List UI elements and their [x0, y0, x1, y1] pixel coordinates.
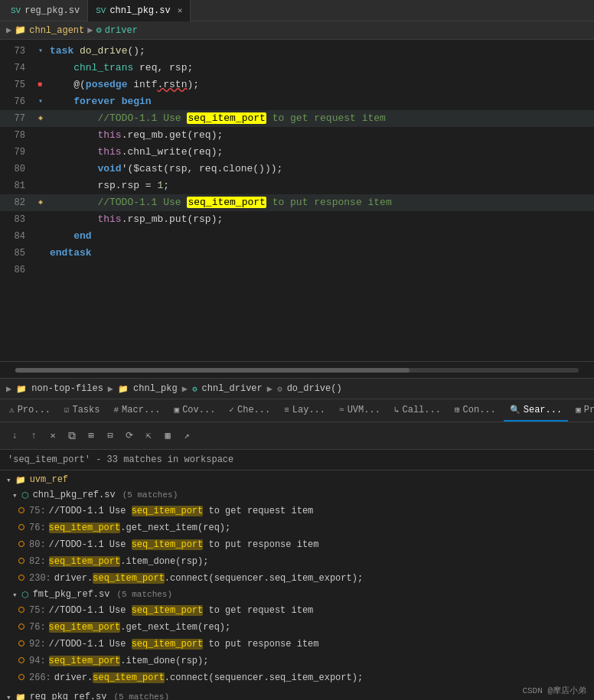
line-num-80: 80	[0, 161, 34, 177]
file-arrow-chnl-pkg-ref: ▾	[12, 490, 18, 500]
search-toolbar: ↓ ↑ ✕ ⧉ ⊞ ⊟ ⟳ ⇱ ▦ ↗	[0, 422, 594, 450]
line-num-83: 83	[0, 211, 34, 228]
tab-sv-icon2: SV	[96, 6, 106, 15]
tab-reg-pkg[interactable]: SV reg_pkg.sv	[3, 0, 88, 21]
line-num-77: 77	[0, 110, 34, 127]
result-circle-fmt-94	[18, 657, 24, 663]
tab-bar: SV reg_pkg.sv SV chnl_pkg.sv ✕	[0, 0, 594, 21]
breadcrumb-file[interactable]: ⚙ driver	[96, 24, 137, 36]
tab-problems[interactable]: ⚠ Pro...	[3, 400, 57, 422]
line-content-73: task do_drive();	[47, 43, 594, 60]
file-item-chnl-pkg-ref[interactable]: ▾ ⬡ chnl_pkg_ref.sv (5 matches)	[0, 487, 594, 503]
folder-icon-reg: 📁	[15, 692, 26, 701]
line-content-82: //TODO-1.1 Use seq_item_port to put resp…	[47, 194, 594, 211]
copy-button[interactable]: ▦	[159, 428, 176, 444]
tab-layer[interactable]: ≡ Lay...	[278, 400, 331, 422]
breadcrumb-file-label: driver	[105, 25, 138, 36]
tab-checker[interactable]: ✓ Che...	[223, 400, 276, 422]
tab-close-button[interactable]: ✕	[178, 5, 183, 15]
code-line-74: 74 chnl_trans req, rsp;	[0, 60, 594, 77]
tab-coverage[interactable]: ▣ Cov...	[168, 400, 222, 422]
cancel-search-button[interactable]: ✕	[44, 428, 61, 444]
result-circle-chnl-230	[18, 575, 24, 581]
tab-call-label: Call...	[402, 405, 440, 415]
file-arrow-fmt-pkg-ref: ▾	[12, 590, 18, 600]
status-breadcrumb: ▶ 📁 non-top-files ▶ 📁 chnl_pkg ▶ ⚙ chnl_…	[0, 378, 594, 399]
tab-pro2-label: Pro...	[584, 405, 594, 415]
tasks-icon: ☑	[64, 405, 70, 415]
code-line-83: 83 this.rsp_mb.put(rsp);	[0, 211, 594, 228]
result-fmt-92[interactable]: 92://TODO-1.1 Use seq_item_port to put r…	[0, 636, 594, 653]
expand-all-button[interactable]: ⧉	[64, 428, 80, 444]
status-chnlpkg: chnl_pkg	[133, 383, 178, 394]
result-chnl-230[interactable]: 230:driver.seq_item_port.connect(sequenc…	[0, 570, 594, 587]
result-fmt-94[interactable]: 94:seq_item_port.item_done(rsp);	[0, 653, 594, 669]
line-content-83: this.rsp_mb.put(rsp);	[47, 211, 594, 228]
fold-indicator-76[interactable]: ▾	[34, 93, 47, 110]
connections-icon: ⊞	[455, 405, 460, 415]
result-chnl-82[interactable]: 82:seq_item_port.item_done(rsp);	[0, 553, 594, 570]
tab-connections-label: Con...	[463, 405, 496, 415]
result-text-fmt-76: 76:seq_item_port.get_next_item(req);	[29, 620, 230, 634]
tab-pro2[interactable]: ▣ Pro...	[570, 400, 594, 422]
tab-macros-label: Macr...	[122, 405, 160, 415]
result-text-fmt-94: 94:seq_item_port.item_done(rsp);	[29, 654, 208, 668]
folder-icon-status: 📁	[16, 384, 27, 394]
fold-indicator-73[interactable]: ▾	[34, 43, 47, 60]
result-fmt-266[interactable]: 266:driver.seq_item_port.connect(sequenc…	[0, 669, 594, 686]
group-by-button[interactable]: ⊞	[83, 428, 100, 444]
file-item-fmt-pkg-ref[interactable]: ▾ ⬡ fmt_pkg_ref.sv (5 matches)	[0, 587, 594, 602]
group-header-reg[interactable]: ▾ 📁 reg_pkg_ref.sv (5 matches)	[0, 689, 594, 700]
bottom-panel: ⚠ Pro... ☑ Tasks # Macr... ▣ Cov... ✓ Ch…	[0, 399, 594, 700]
line-content-80: void'($cast(rsp, req.clone()));	[47, 161, 594, 177]
file-matches-fmt: (5 matches)	[116, 590, 172, 599]
nav-down-button[interactable]: ↓	[6, 428, 23, 444]
nav-up-button[interactable]: ↑	[25, 428, 42, 444]
result-chnl-75[interactable]: 75://TODO-1.1 Use seq_item_port to get r…	[0, 503, 594, 519]
tab-tasks-label: Tasks	[72, 405, 100, 415]
tab-search[interactable]: 🔍 Sear...	[504, 400, 568, 422]
line-num-79: 79	[0, 144, 34, 161]
code-editor: 73 ▾ task do_drive(); 74 chnl_trans req,…	[0, 40, 594, 361]
search-results[interactable]: 'seq_item_port' - 33 matches in workspac…	[0, 450, 594, 700]
group-arrow-uvm-ref: ▾	[6, 475, 11, 485]
line-content-84: end	[47, 228, 594, 245]
result-circle-chnl-82	[18, 558, 24, 564]
line-content-75: @(posedge intf.rstn);	[47, 77, 594, 93]
line-num-85: 85	[0, 245, 34, 262]
tab-macros[interactable]: # Macr...	[107, 400, 166, 422]
line-content-76: forever begin	[47, 93, 594, 110]
code-lines: 73 ▾ task do_drive(); 74 chnl_trans req,…	[0, 40, 594, 282]
result-text-fmt-266: 266:driver.seq_item_port.connect(sequenc…	[29, 671, 363, 685]
code-line-86: 86	[0, 262, 594, 278]
result-circle-fmt-76	[18, 623, 24, 630]
code-line-79: 79 this.chnl_write(req);	[0, 144, 594, 161]
filter-button[interactable]: ⇱	[140, 428, 157, 444]
open-button[interactable]: ↗	[178, 428, 195, 444]
result-chnl-76[interactable]: 76:seq_item_port.get_next_item(req);	[0, 519, 594, 536]
result-fmt-75[interactable]: 75://TODO-1.1 Use seq_item_port to get r…	[0, 602, 594, 619]
breadcrumb-folder[interactable]: 📁 chnl_agent	[15, 24, 84, 36]
search-results-header: 'seq_item_port' - 33 matches in workspac…	[0, 450, 594, 470]
file-icon-status: ⚙	[192, 384, 197, 394]
code-line-77: 77 ◈ //TODO-1.1 Use seq_item_port to get…	[0, 110, 594, 127]
status-sep1: ▶	[108, 383, 113, 395]
call-icon: ↳	[394, 405, 400, 415]
problems-icon: ⚠	[9, 405, 15, 415]
result-chnl-80[interactable]: 80://TODO-1.1 Use seq_item_port to put r…	[0, 536, 594, 553]
tab-checker-label: Che...	[237, 405, 270, 415]
code-line-80: 80 void'($cast(rsp, req.clone()));	[0, 161, 594, 177]
editor-scrollbar[interactable]	[0, 361, 594, 378]
tab-connections[interactable]: ⊞ Con...	[449, 400, 502, 422]
collapse-all-button[interactable]: ⊟	[102, 428, 119, 444]
status-chnldriver: chnl_driver	[202, 383, 263, 394]
tab-chnl-pkg[interactable]: SV chnl_pkg.sv ✕	[88, 0, 191, 21]
group-matches-reg: (5 matches)	[113, 692, 169, 700]
tab-uvm[interactable]: ≈ UVM...	[333, 400, 387, 422]
tab-tasks[interactable]: ☑ Tasks	[58, 400, 106, 422]
tab-call[interactable]: ↳ Call...	[388, 400, 447, 422]
uvm-icon: ≈	[339, 405, 344, 415]
result-fmt-76[interactable]: 76:seq_item_port.get_next_item(req);	[0, 619, 594, 636]
group-header-uvm-ref[interactable]: ▾ 📁 uvm_ref	[0, 472, 594, 487]
refresh-button[interactable]: ⟳	[121, 428, 138, 444]
